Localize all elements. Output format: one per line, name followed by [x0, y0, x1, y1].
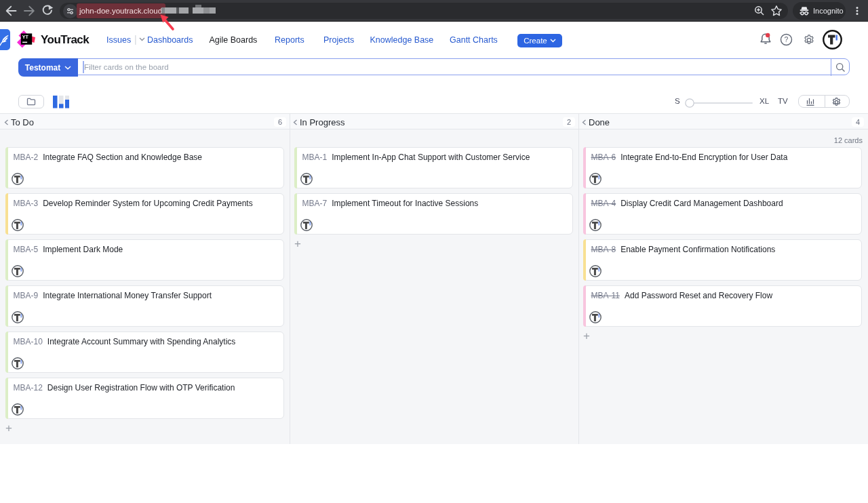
- svg-text:YT: YT: [22, 35, 29, 39]
- svg-text:?: ?: [785, 35, 789, 43]
